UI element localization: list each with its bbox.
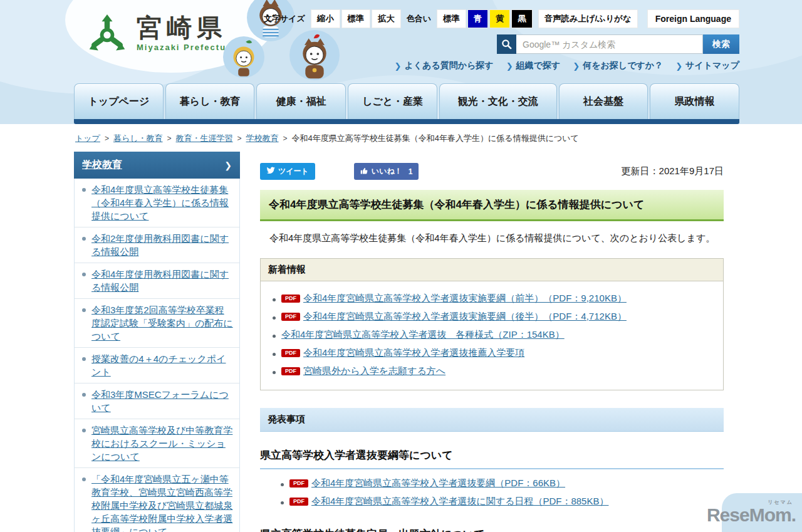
site-subtitle: Miyazaki Prefecture — [137, 43, 236, 52]
site-title: 宮崎県 — [137, 14, 236, 41]
pdf-badge-icon: PDF — [289, 479, 308, 488]
site-search: 検索 — [497, 34, 739, 54]
breadcrumb-link-school-education[interactable]: 学校教育 — [246, 133, 279, 143]
mascot-icon — [223, 36, 264, 78]
pdf-badge-icon: PDF — [281, 367, 300, 375]
thumbs-up-icon — [360, 167, 368, 177]
voice-reading-button[interactable]: 音声読み上げ/ふりがな — [538, 9, 638, 28]
breadcrumb-separator: > — [167, 134, 172, 143]
quick-link-what-looking-for[interactable]: ❯何をお探しですか？ — [573, 60, 663, 71]
breadcrumb-link-education[interactable]: 教育・生涯学習 — [176, 133, 233, 143]
breadcrumb-current: 令和4年度県立高等学校生徒募集（令和4年春入学生）に係る情報提供について — [292, 133, 579, 143]
intro-paragraph: 令和4年度県立高等学校生徒募集（令和4年春入学生）に係る情報提供について、次のと… — [260, 229, 724, 248]
color-standard-button[interactable]: 標準 — [437, 9, 466, 28]
announcements-bar: 発表事項 — [260, 408, 724, 432]
sidebar-item[interactable]: 「令和4年度宮崎県立五ヶ瀬中等教育学校、宮崎県立宮崎西高等学校附属中学校及び宮崎… — [75, 468, 239, 532]
site-header: 宮崎県 Miyazaki Prefecture — [0, 0, 802, 124]
chevron-right-icon: ❯ — [573, 61, 580, 71]
accessibility-toolbar: 文字サイズ 縮小 標準 拡大 色合い 標準 青 黄 黒 音声読み上げ/ふりがな … — [264, 9, 739, 28]
chevron-right-icon: ❯ — [394, 61, 401, 71]
pdf-link[interactable]: 宮崎県外から入学を志願する方へ — [303, 365, 445, 376]
color-blue-button[interactable]: 青 — [467, 9, 488, 28]
pdf-link[interactable]: 令和4年度宮崎県立高等学校入学者選抜推薦入学要項 — [303, 347, 524, 358]
sidebar-header-school-education[interactable]: 学校教育 ❯ — [74, 152, 240, 179]
nav-living-education[interactable]: 暮らし・教育 — [165, 83, 255, 119]
pdf-badge-icon: PDF — [281, 295, 300, 303]
quick-link-sitemap[interactable]: ❯サイトマップ — [675, 60, 739, 71]
list-item: PDF令和4年度宮崎県立高等学校入学者選抜に関する日程（PDF：885KB） — [279, 493, 724, 511]
prefecture-logo[interactable]: 宮崎県 Miyazaki Prefecture — [86, 14, 236, 58]
nav-work-industry[interactable]: しごと・産業 — [348, 83, 437, 119]
breadcrumb: トップ>暮らし・教育>教育・生涯学習>学校教育>令和4年度県立高等学校生徒募集（… — [74, 124, 739, 152]
font-size-label: 文字サイズ — [264, 13, 305, 24]
color-scheme-label: 色合い — [407, 13, 431, 24]
pdf-link[interactable]: 令和4年度宮崎県立高等学校入学者選抜要綱（PDF：66KB） — [311, 477, 565, 488]
list-item: 令和4年度宮崎県立高等学校入学者選抜 各種様式（ZIP：154KB） — [271, 326, 717, 344]
share-row: ツイート いいね！ 1 更新日：2021年9月17日 — [260, 163, 724, 180]
sidebar-menu: 令和4年度県立高等学校生徒募集（令和4年春入学生）に係る情報提供について 令和2… — [74, 179, 240, 532]
main-navigation: トップページ 暮らし・教育 健康・福祉 しごと・産業 観光・文化・交流 社会基盤… — [74, 83, 739, 124]
sidebar-item[interactable]: 令和4年度県立高等学校生徒募集（令和4年春入学生）に係る情報提供について — [75, 179, 239, 227]
chevron-right-icon: ❯ — [675, 61, 682, 71]
sidebar-item[interactable]: 令和2年度使用教科用図書に関する情報公開 — [75, 227, 239, 263]
pdf-badge-icon: PDF — [289, 498, 308, 506]
like-count: 1 — [409, 167, 413, 176]
font-standard-button[interactable]: 標準 — [341, 9, 371, 28]
section-heading: 県立高等学校入学者選抜要綱等について — [260, 448, 724, 469]
sidebar-item[interactable]: 令和4年度使用教科用図書に関する情報公開 — [75, 263, 239, 299]
list-item: PDF令和4年度宮崎県立高等学校入学者選抜実施要綱（後半）（PDF：4,712K… — [271, 308, 717, 326]
list-item: PDF令和4年度宮崎県立高等学校入学者選抜推薦入学要項 — [271, 344, 717, 362]
prefecture-emblem-icon — [86, 14, 128, 58]
chevron-right-icon: ❯ — [506, 61, 513, 71]
main-column: ツイート いいね！ 1 更新日：2021年9月17日 令和4年度県立高等学校生徒… — [260, 152, 739, 532]
pdf-link[interactable]: 令和4年度宮崎県立高等学校入学者選抜実施要綱（前半）（PDF：9,210KB） — [303, 293, 627, 303]
nav-health-welfare[interactable]: 健康・福祉 — [256, 83, 346, 119]
breadcrumb-link-top[interactable]: トップ — [75, 133, 100, 143]
sidebar-item[interactable]: 令和3年度MSECフォーラムについて — [75, 383, 239, 419]
section-heading: 県立高等学校生徒募集定員・出題方針について — [260, 527, 724, 532]
color-yellow-button[interactable]: 黄 — [489, 9, 510, 28]
zip-link[interactable]: 令和4年度宮崎県立高等学校入学者選抜 各種様式（ZIP：154KB） — [281, 329, 565, 340]
foreign-language-button[interactable]: Foreign Language — [647, 9, 739, 28]
breadcrumb-link-living[interactable]: 暮らし・教育 — [113, 133, 163, 143]
tweet-button[interactable]: ツイート — [260, 163, 315, 180]
breadcrumb-separator: > — [283, 134, 288, 143]
twitter-bird-icon — [266, 167, 275, 176]
breadcrumb-separator: > — [237, 134, 242, 143]
chevron-right-icon: ❯ — [224, 160, 232, 170]
nav-top-page[interactable]: トップページ — [74, 83, 164, 119]
search-submit-button[interactable]: 検索 — [703, 34, 739, 54]
pdf-link[interactable]: 令和4年度宮崎県立高等学校入学者選抜実施要綱（後半）（PDF：4,712KB） — [303, 311, 627, 321]
mascot-icon — [289, 30, 340, 80]
header-quick-links: ❯よくある質問から探す ❯組織で探す ❯何をお探しですか？ ❯サイトマップ — [394, 60, 739, 71]
pdf-badge-icon: PDF — [281, 349, 300, 357]
update-date: 更新日：2021年9月17日 — [622, 165, 724, 177]
content-area: 学校教育 ❯ 令和4年度県立高等学校生徒募集（令和4年春入学生）に係る情報提供に… — [74, 152, 739, 532]
quick-link-organization[interactable]: ❯組織で探す — [506, 60, 561, 71]
watermark-ruby: リセマム — [768, 500, 793, 505]
list-item: PDF令和4年度宮崎県立高等学校入学者選抜要綱（PDF：66KB） — [279, 474, 724, 493]
like-button[interactable]: いいね！ 1 — [354, 163, 419, 180]
pdf-badge-icon: PDF — [281, 313, 300, 321]
nav-prefecture-info[interactable]: 県政情報 — [650, 83, 739, 119]
pdf-link[interactable]: 令和4年度宮崎県立高等学校入学者選抜に関する日程（PDF：885KB） — [311, 496, 608, 506]
font-enlarge-button[interactable]: 拡大 — [372, 9, 401, 28]
resemom-watermark: リセマム ReseMom. — [707, 506, 796, 524]
search-icon — [497, 34, 516, 54]
nav-bottom-strip — [74, 119, 739, 124]
search-input[interactable] — [516, 34, 703, 54]
page-title: 令和4年度県立高等学校生徒募集（令和4年春入学生）に係る情報提供について — [260, 190, 724, 221]
breadcrumb-separator: > — [105, 134, 109, 143]
sidebar-item[interactable]: 令和3年度第2回高等学校卒業程度認定試験「受験案内」の配布について — [75, 299, 239, 348]
color-black-button[interactable]: 黒 — [511, 9, 532, 28]
quick-link-faq[interactable]: ❯よくある質問から探す — [394, 60, 493, 71]
nav-infrastructure[interactable]: 社会基盤 — [559, 83, 648, 119]
sidebar: 学校教育 ❯ 令和4年度県立高等学校生徒募集（令和4年春入学生）に係る情報提供に… — [74, 152, 240, 532]
new-info-box: 新着情報 PDF令和4年度宮崎県立高等学校入学者選抜実施要綱（前半）（PDF：9… — [260, 258, 724, 390]
sidebar-item[interactable]: 授業改善の4＋4のチェックポイント — [75, 348, 239, 383]
new-info-heading: 新着情報 — [261, 259, 723, 281]
sidebar-item[interactable]: 宮崎県立高等学校及び中等教育学校におけるスクール・ミッションについて — [75, 419, 239, 468]
list-item: PDF令和4年度宮崎県立高等学校入学者選抜実施要綱（前半）（PDF：9,210K… — [271, 289, 717, 308]
font-shrink-button[interactable]: 縮小 — [311, 9, 340, 28]
nav-tourism-culture[interactable]: 観光・文化・交流 — [439, 83, 557, 119]
